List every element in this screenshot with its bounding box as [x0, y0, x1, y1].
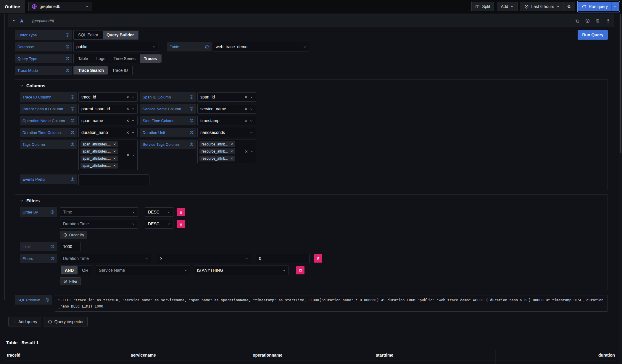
database-select[interactable]: public	[73, 42, 159, 51]
info-icon[interactable]	[50, 245, 54, 249]
editor-type-option-sql-editor[interactable]: SQL Editor	[74, 31, 102, 39]
time-zoom-out-button[interactable]	[563, 2, 575, 11]
remove-chip-icon[interactable]: ✕	[113, 164, 116, 168]
remove-chip-icon[interactable]: ✕	[231, 143, 233, 146]
duration-time-column-select[interactable]: duration_nano ✕	[78, 128, 138, 137]
info-icon[interactable]	[50, 256, 54, 261]
query-ref-id: A	[20, 18, 23, 23]
columns-section-header[interactable]: Columns	[20, 83, 603, 88]
panel-run-query-button[interactable]: Run Query	[578, 30, 608, 40]
trace-mode-option-trace-id[interactable]: Trace ID	[108, 66, 132, 75]
remove-chip-icon[interactable]: ✕	[113, 143, 116, 146]
trace-mode-option-trace-search[interactable]: Trace Search	[74, 66, 108, 75]
info-icon[interactable]	[189, 95, 194, 99]
add-dropdown-button[interactable]: Add	[497, 2, 518, 11]
service-tags-column-multiselect[interactable]: resource_attrib...✕ resource_attrib...✕ …	[197, 140, 256, 163]
filter-operator-select-1[interactable]: IS ANYTHING	[194, 266, 289, 275]
disable-query-eye-icon[interactable]	[585, 18, 590, 23]
info-icon[interactable]	[45, 298, 49, 302]
trace-id-column-select[interactable]: trace_id ✕	[78, 92, 138, 102]
time-range-button[interactable]: Last 6 hours	[521, 2, 563, 11]
info-icon[interactable]	[50, 210, 54, 214]
order-by-field-select-1[interactable]: Duration Time	[60, 219, 138, 229]
info-icon[interactable]	[189, 142, 194, 146]
clear-icon[interactable]: ✕	[244, 107, 248, 111]
query-type-option-table[interactable]: Table	[74, 54, 92, 63]
query-row-header[interactable]: A (greptimedb)	[8, 14, 614, 27]
filter-connector-and[interactable]: AND	[61, 266, 78, 274]
column-header-starttime[interactable]: starttime	[375, 350, 496, 360]
info-icon[interactable]	[70, 107, 75, 111]
filter-operator-select-0[interactable]: >	[157, 254, 251, 263]
info-icon[interactable]	[70, 95, 75, 99]
remove-query-trash-icon[interactable]	[595, 18, 600, 23]
remove-order-by-button-1[interactable]	[177, 220, 185, 228]
info-icon[interactable]	[70, 119, 75, 123]
run-query-button[interactable]: Run query	[578, 2, 611, 11]
tags-column-multiselect[interactable]: span_attributes....✕ span_attributes....…	[78, 140, 138, 170]
info-icon[interactable]	[65, 33, 70, 37]
clear-all-icon[interactable]: ✕	[245, 149, 248, 154]
query-type-option-traces[interactable]: Traces	[140, 54, 161, 63]
order-by-direction-select-0[interactable]: DESC	[145, 207, 173, 217]
remove-filter-button-1[interactable]	[296, 266, 304, 274]
add-filter-button[interactable]: Filter	[60, 277, 81, 285]
add-order-by-button[interactable]: Order By	[60, 231, 87, 239]
filter-field-select-0[interactable]: Duration Time	[60, 254, 151, 263]
info-icon[interactable]	[189, 119, 194, 123]
remove-chip-icon[interactable]: ✕	[113, 150, 116, 153]
filter-field-select-1[interactable]: Service Name	[96, 266, 190, 275]
collapse-chevron-icon[interactable]	[12, 19, 16, 22]
column-header-servicename[interactable]: servicename	[130, 350, 252, 360]
query-type-option-logs[interactable]: Logs	[92, 54, 109, 63]
editor-type-option-query-builder[interactable]: Query Builder	[103, 31, 138, 39]
filter-value-input-0[interactable]: 0	[256, 254, 310, 263]
column-header-duration[interactable]: duration	[496, 350, 616, 360]
duration-unit-select[interactable]: nanoseconds	[197, 128, 256, 137]
parent-span-id-column-select[interactable]: parent_span_id ✕	[78, 104, 138, 114]
events-prefix-input[interactable]	[78, 174, 149, 185]
start-time-column-select[interactable]: timestamp ✕	[197, 116, 256, 125]
clear-icon[interactable]: ✕	[244, 95, 248, 99]
table-select[interactable]: web_trace_demo	[213, 42, 309, 51]
info-icon[interactable]	[189, 130, 194, 135]
drag-handle-icon[interactable]	[605, 18, 610, 23]
column-header-operationname[interactable]: operationname	[252, 350, 375, 360]
clear-icon[interactable]: ✕	[126, 95, 129, 99]
info-icon[interactable]	[70, 130, 75, 135]
outline-tab[interactable]: Outline	[0, 0, 25, 13]
filter-connector-or[interactable]: OR	[78, 266, 92, 274]
operation-name-column-select[interactable]: span_name ✕	[78, 116, 138, 125]
column-header-traceid[interactable]: traceid	[6, 350, 130, 360]
limit-input[interactable]: 1000	[60, 242, 81, 251]
datasource-picker[interactable]: greptimedb	[28, 2, 92, 11]
remove-chip-icon[interactable]: ✕	[231, 157, 233, 161]
info-icon[interactable]	[205, 45, 209, 49]
order-by-field-select-0[interactable]: Time	[60, 207, 138, 217]
split-button[interactable]: Split	[471, 2, 494, 11]
info-icon[interactable]	[70, 142, 75, 146]
query-type-option-time-series[interactable]: Time Series	[110, 54, 139, 63]
info-icon[interactable]	[70, 177, 75, 181]
clear-icon[interactable]: ✕	[126, 131, 129, 135]
info-icon[interactable]	[65, 68, 70, 72]
clear-all-icon[interactable]: ✕	[126, 153, 130, 157]
duplicate-query-icon[interactable]	[575, 18, 580, 23]
remove-filter-button-0[interactable]	[314, 254, 322, 263]
run-query-options-button[interactable]	[611, 2, 619, 11]
order-by-direction-select-1[interactable]: DESC	[145, 219, 173, 229]
info-icon[interactable]	[65, 45, 70, 49]
query-inspector-button[interactable]: Query inspector	[44, 317, 88, 326]
clear-icon[interactable]: ✕	[126, 119, 129, 123]
span-id-column-select[interactable]: span_id ✕	[197, 92, 256, 102]
remove-order-by-button-0[interactable]	[177, 208, 185, 216]
clear-icon[interactable]: ✕	[244, 119, 248, 123]
info-icon[interactable]	[65, 56, 70, 61]
remove-chip-icon[interactable]: ✕	[231, 150, 233, 153]
service-name-column-select[interactable]: service_name ✕	[197, 104, 256, 114]
remove-chip-icon[interactable]: ✕	[113, 157, 116, 161]
add-query-button[interactable]: Add query	[8, 317, 41, 326]
filters-section-header[interactable]: Filters	[20, 198, 603, 203]
clear-icon[interactable]: ✕	[126, 107, 129, 111]
info-icon[interactable]	[189, 107, 194, 111]
